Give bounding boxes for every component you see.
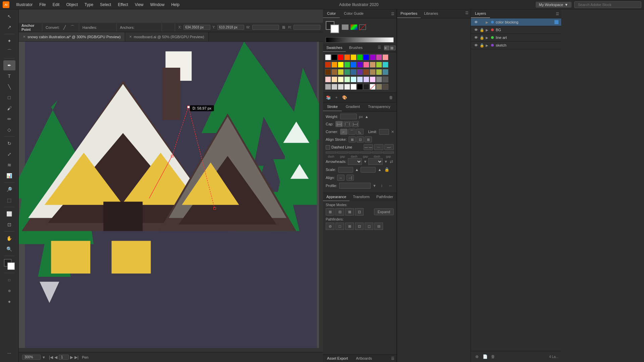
- tab-asset-export[interactable]: Asset Export: [323, 355, 352, 362]
- color-panel-menu[interactable]: ☰: [389, 10, 396, 17]
- tab-gradient[interactable]: Gradient: [342, 103, 364, 111]
- tab-swatches[interactable]: Swatches: [323, 44, 346, 52]
- swatch-orange-0[interactable]: [344, 54, 350, 60]
- menu-edit[interactable]: Edit: [50, 2, 62, 8]
- swatch-r2-0[interactable]: [325, 62, 331, 68]
- swatch-r2-3[interactable]: [344, 62, 350, 68]
- limit-input[interactable]: [379, 129, 389, 135]
- swatch-r3-5[interactable]: [357, 69, 363, 75]
- scroll-indicator-bottom[interactable]: [19, 348, 319, 352]
- arrow-start-select[interactable]: [348, 158, 362, 165]
- tool-scale[interactable]: ⤢: [3, 149, 15, 159]
- menu-select[interactable]: Select: [97, 2, 114, 8]
- cap-round-btn[interactable]: |⌒|: [343, 121, 351, 127]
- properties-panel-menu[interactable]: ☰: [463, 9, 471, 18]
- menu-file[interactable]: File: [37, 2, 48, 8]
- anchors-btn1[interactable]: [137, 24, 143, 31]
- swatch-r2-6[interactable]: [363, 62, 369, 68]
- workspace-button[interactable]: My Workspace ▼: [536, 2, 572, 8]
- align-center-btn[interactable]: ⊠: [348, 136, 356, 142]
- swatch-spec-1[interactable]: [376, 84, 382, 90]
- swatch-purple-0[interactable]: [370, 54, 376, 60]
- align-dist-btn[interactable]: [165, 24, 171, 31]
- arrow-end-select[interactable]: [368, 158, 383, 165]
- none-btn[interactable]: [359, 24, 366, 30]
- swatch-r5-2[interactable]: [338, 84, 344, 90]
- swatch-green-0[interactable]: [357, 54, 363, 60]
- handles-btn2[interactable]: [107, 24, 113, 31]
- constrain-btn[interactable]: ⛓: [281, 22, 286, 33]
- swatch-r3-3[interactable]: [344, 69, 350, 75]
- swatch-r2-4[interactable]: [351, 62, 357, 68]
- swatch-r3-0[interactable]: [325, 69, 331, 75]
- merge-btn[interactable]: ⊞: [345, 223, 354, 230]
- swatch-r3-8[interactable]: [376, 69, 382, 75]
- swatch-r4-7[interactable]: [370, 76, 376, 82]
- swatch-r4-5[interactable]: [357, 76, 363, 82]
- tab-close-btn-1[interactable]: ✕: [129, 35, 132, 39]
- anchors-btn3[interactable]: [153, 24, 159, 31]
- tab-libraries[interactable]: Libraries: [421, 9, 441, 18]
- swap-arrows-btn[interactable]: ⇄: [389, 158, 394, 165]
- tool-magic-wand[interactable]: ✦: [3, 36, 15, 46]
- align-outside-btn[interactable]: ⊞: [365, 136, 372, 142]
- expand-button[interactable]: Expand: [374, 208, 394, 215]
- profile-dropdown[interactable]: ▼: [373, 184, 376, 188]
- last-page-btn[interactable]: ▶|: [74, 355, 78, 360]
- swatch-r2-8[interactable]: [376, 62, 382, 68]
- stroke-indicator[interactable]: [7, 262, 15, 270]
- x-input[interactable]: [183, 25, 210, 30]
- no-color-btn[interactable]: [342, 24, 348, 30]
- corner-miter-btn[interactable]: ⌐: [340, 129, 347, 135]
- minus-back-btn[interactable]: ⊟: [374, 223, 383, 230]
- swatch-r4-4[interactable]: [351, 76, 357, 82]
- crop-btn[interactable]: ⊡: [355, 223, 364, 230]
- swatch-pink-0[interactable]: [376, 54, 382, 60]
- layer-vis-icon-0[interactable]: 👁: [474, 20, 478, 24]
- canvas-area[interactable]: + D: 58.97 px: [19, 42, 323, 352]
- handles-btn1[interactable]: [99, 24, 105, 31]
- gap-input-1[interactable]: [360, 152, 371, 154]
- tool-shape[interactable]: □: [3, 93, 15, 103]
- color-spectrum[interactable]: [326, 37, 394, 43]
- swatch-r5-3[interactable]: [344, 84, 350, 90]
- dashed-style-3[interactable]: —·: [384, 144, 394, 150]
- corner-bevel-btn[interactable]: ◺: [356, 129, 364, 135]
- profile-select[interactable]: [339, 183, 371, 189]
- tab-close-btn[interactable]: ✕: [23, 35, 25, 39]
- layer-item-line-art[interactable]: 👁 🔒 ▶ line art: [471, 34, 561, 42]
- align-path-btn[interactable]: ↔: [337, 175, 344, 181]
- scale-start-input[interactable]: [338, 167, 353, 173]
- swatch-r2-7[interactable]: [370, 62, 376, 68]
- divide-btn[interactable]: ⊘: [326, 223, 334, 230]
- layer-vis-icon-1[interactable]: 👁: [474, 27, 478, 32]
- swatch-r4-0[interactable]: [325, 76, 331, 82]
- tab-layers[interactable]: Layers: [471, 9, 490, 18]
- swatch-new-group-btn[interactable]: +: [333, 94, 340, 101]
- swatch-black[interactable]: [331, 54, 337, 60]
- tab-brushes[interactable]: Brushes: [346, 44, 366, 52]
- prev-page-btn[interactable]: ◀: [54, 355, 57, 360]
- profile-flip-h-btn[interactable]: ↔: [387, 182, 394, 189]
- scale-link-btn[interactable]: 🔒: [383, 166, 390, 173]
- tab-transform[interactable]: Transform: [350, 193, 373, 201]
- layer-item-color-blocking[interactable]: 👁 ▶ color blocking: [471, 18, 561, 26]
- tab-properties[interactable]: Properties: [397, 9, 421, 18]
- list-view-btn[interactable]: ≡: [384, 46, 389, 50]
- tool-blend[interactable]: ⬚: [3, 195, 15, 205]
- swatch-r5-4[interactable]: [351, 84, 357, 90]
- tool-shaper[interactable]: ◇: [3, 125, 15, 135]
- h-input[interactable]: [293, 25, 320, 30]
- layer-expand-3[interactable]: ▶: [486, 44, 490, 47]
- align-inside-btn[interactable]: ⊡: [357, 136, 364, 142]
- swatch-r5-1[interactable]: [331, 84, 337, 90]
- swatch-r3-2[interactable]: [338, 69, 344, 75]
- tab-transparency[interactable]: Transparency: [364, 103, 394, 111]
- layer-lock-icon-1[interactable]: 🔒: [480, 27, 484, 32]
- tool-select[interactable]: ↖: [3, 11, 15, 21]
- smooth-convert-btn[interactable]: ⌒: [69, 24, 75, 31]
- menu-illustrator[interactable]: Illustrator: [13, 2, 35, 8]
- y-input[interactable]: [217, 25, 244, 30]
- dashed-checkbox[interactable]: [326, 145, 330, 149]
- tab-color[interactable]: Color: [323, 9, 340, 18]
